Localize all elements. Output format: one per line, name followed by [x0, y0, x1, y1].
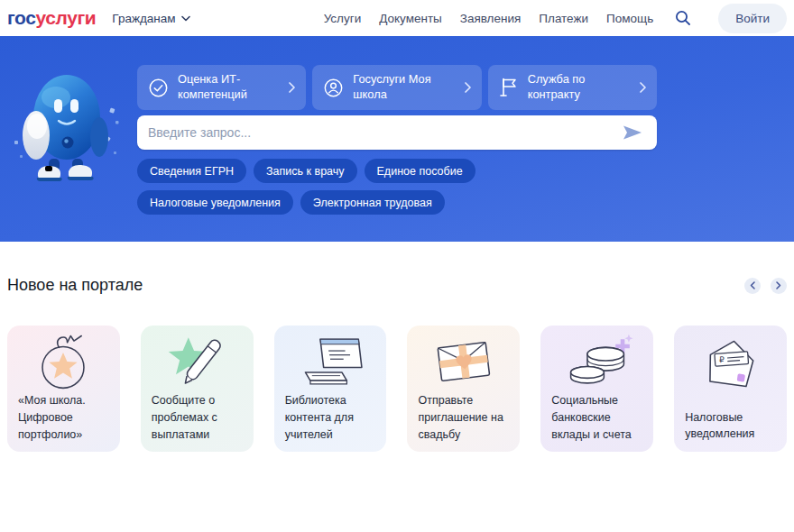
nav-item-payments[interactable]: Платежи [539, 12, 588, 25]
card-wedding-invitation[interactable]: Отправьте приглашение на свадьбу [407, 326, 520, 452]
card-teachers-library[interactable]: Библиотека контента для учителей [274, 326, 387, 452]
hero-banners: Оценка ИТ-компетенций Госуслуги Моя школ… [137, 65, 657, 110]
school-badge-icon [323, 78, 344, 98]
card-tax-notifications[interactable]: ₽ Налоговые уведомления [674, 326, 787, 452]
card-title: Налоговые уведомления [685, 409, 776, 444]
chip-benefit[interactable]: Единое пособие [365, 159, 475, 183]
new-on-portal-header: Новое на портале [7, 276, 787, 295]
login-button[interactable]: Войти [718, 4, 787, 33]
card-payment-problems[interactable]: Сообщите о проблемах с выплатами [141, 326, 254, 452]
nav-item-applications[interactable]: Заявления [460, 12, 522, 25]
send-icon[interactable] [619, 122, 646, 143]
chip-labour-book[interactable]: Электронная трудовая [300, 190, 445, 215]
card-title: Сообщите о проблемах с выплатами [152, 392, 243, 443]
laptop-book-icon [285, 331, 376, 392]
card-social-deposits[interactable]: Социальные банковские вклады и счета [540, 326, 653, 452]
card-title: Отправьте приглашение на свадьбу [418, 392, 509, 443]
card-my-school-portfolio[interactable]: «Моя школа. Цифровое портфолио» [7, 326, 120, 452]
medal-star-icon [18, 331, 109, 392]
check-circle-icon [148, 78, 169, 98]
chevron-right-icon [640, 82, 646, 93]
chevron-right-icon [289, 82, 295, 93]
coins-icon [551, 331, 642, 392]
chevron-right-icon [465, 82, 471, 93]
logo-text-gos: гос [7, 7, 36, 29]
card-title: Социальные банковские вклады и счета [551, 392, 642, 443]
envelope-open-icon: ₽ [685, 331, 776, 396]
gosuslugi-portal-page: госуслуги Гражданам Услуги Документы Зая… [0, 0, 794, 532]
nav-item-help[interactable]: Помощь [606, 12, 653, 25]
search-icon[interactable] [675, 10, 691, 26]
carousel-next-button[interactable] [771, 278, 787, 294]
gosuslugi-logo[interactable]: госуслуги [7, 7, 96, 29]
star-pen-icon [152, 331, 243, 392]
hero-search-box [137, 115, 657, 150]
nav-item-services[interactable]: Услуги [324, 12, 362, 25]
banner-my-school[interactable]: Госуслуги Моя школа [312, 65, 481, 110]
new-on-portal-cards: «Моя школа. Цифровое портфолио» Сообщите… [7, 326, 787, 452]
chip-doctor[interactable]: Запись к врачу [254, 159, 356, 183]
hero-section: Оценка ИТ-компетенций Госуслуги Моя школ… [0, 36, 794, 242]
top-header: госуслуги Гражданам Услуги Документы Зая… [0, 0, 794, 36]
search-input[interactable] [148, 125, 619, 140]
header-nav: Услуги Документы Заявления Платежи Помощ… [324, 4, 787, 33]
banner-it-competence[interactable]: Оценка ИТ-компетенций [137, 65, 306, 110]
banner-contract-service[interactable]: Служба по контракту [488, 65, 657, 110]
section-title: Новое на портале [7, 276, 143, 295]
carousel-prev-button[interactable] [744, 278, 761, 294]
chevron-down-icon [181, 15, 190, 22]
audience-selector[interactable]: Гражданам [112, 12, 189, 25]
banner-label: Служба по контракту [528, 72, 631, 102]
nav-item-documents[interactable]: Документы [379, 12, 442, 25]
carousel-arrows [744, 278, 787, 294]
hero-content: Оценка ИТ-компетенций Госуслуги Моя школ… [137, 65, 657, 215]
flag-icon [499, 77, 519, 98]
logo-text-uslugi: услуги [36, 7, 97, 29]
robot-mascot [13, 61, 121, 197]
chip-egrn[interactable]: Сведения ЕГРН [137, 159, 246, 183]
card-title: «Моя школа. Цифровое портфолио» [18, 392, 109, 443]
quick-links: Сведения ЕГРН Запись к врачу Единое посо… [137, 159, 570, 215]
envelope-heart-icon [418, 331, 509, 392]
card-title: Библиотека контента для учителей [285, 392, 376, 443]
banner-label: Оценка ИТ-компетенций [178, 72, 280, 102]
chip-tax[interactable]: Налоговые уведомления [137, 190, 293, 215]
audience-label: Гражданам [112, 12, 175, 25]
banner-label: Госуслуги Моя школа [353, 72, 455, 102]
